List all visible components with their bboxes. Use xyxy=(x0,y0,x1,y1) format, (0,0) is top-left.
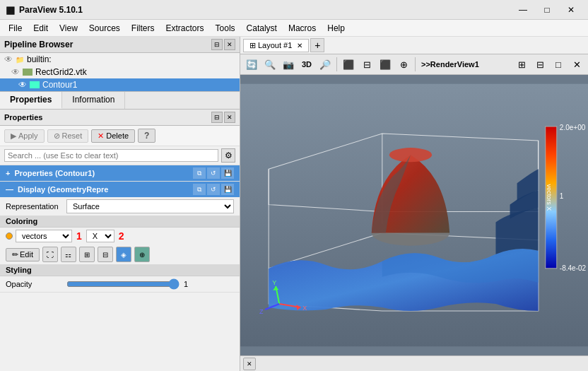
menu-tools[interactable]: Tools xyxy=(210,22,241,35)
search-input[interactable] xyxy=(4,149,218,162)
pipeline-browser-undock[interactable]: ⊟ xyxy=(211,39,223,50)
svg-text:1: 1 xyxy=(560,192,564,200)
delete-button[interactable]: ✕ Delete xyxy=(91,129,135,143)
properties-tabs: Properties Information xyxy=(0,92,240,110)
screenshot-button[interactable]: 📷 xyxy=(280,56,297,73)
color-icon-btn-6[interactable]: ⊕ xyxy=(134,247,150,262)
split-vertical-button[interactable]: ⊟ xyxy=(531,56,548,73)
menu-macros[interactable]: Macros xyxy=(283,22,322,35)
menubar: File Edit View Sources Filters Extractor… xyxy=(0,20,588,37)
close-render-button[interactable]: ✕ xyxy=(568,56,585,73)
tab-information[interactable]: Information xyxy=(62,92,125,109)
delete-label: Delete xyxy=(106,131,129,140)
camera-minus-button[interactable]: ⊟ xyxy=(358,56,375,73)
svg-text:Y: Y xyxy=(272,279,276,286)
representation-label: Representation xyxy=(6,202,62,211)
pipeline-item-rectgrid[interactable]: 👁 RectGrid2.vtk xyxy=(0,66,240,78)
reset-camera-button[interactable]: 🔄 xyxy=(243,56,260,73)
render-scene: X Y Z 2.0e+00 1 -8.4e-02 vectors X xyxy=(240,75,588,355)
builtin-icon: 📁 xyxy=(16,56,24,64)
section-copy-button[interactable]: ⧉ xyxy=(193,167,206,179)
svg-text:vectors X: vectors X xyxy=(546,184,553,211)
section-copy-button[interactable]: ⧉ xyxy=(193,184,206,195)
reset-button[interactable]: ⊘ Reset xyxy=(47,129,89,143)
menu-sources[interactable]: Sources xyxy=(83,22,126,35)
properties-panel-title: Properties xyxy=(4,113,42,122)
maximize-button[interactable]: □ xyxy=(536,2,558,18)
opacity-slider[interactable] xyxy=(66,278,180,290)
section-save-button[interactable]: 💾 xyxy=(221,184,234,195)
pipeline-browser-header: Pipeline Browser ⊟ ✕ xyxy=(0,37,240,53)
layout-close-icon[interactable]: ✕ xyxy=(297,42,302,49)
display-properties-section: — Display (GeometryRepre ⧉ ↺ 💾 Represent… xyxy=(0,182,240,293)
tab-properties[interactable]: Properties xyxy=(0,92,62,109)
menu-filters[interactable]: Filters xyxy=(126,22,160,35)
bottom-close-button[interactable]: ✕ xyxy=(243,358,256,370)
apply-icon: ▶ xyxy=(11,131,16,141)
camera-y-button[interactable]: ⬛ xyxy=(377,56,394,73)
action-buttons-row: ▶ Apply ⊘ Reset ✕ Delete ? xyxy=(0,126,240,146)
color-icon-btn-4[interactable]: ⊟ xyxy=(98,247,113,262)
apply-button[interactable]: ▶ Apply xyxy=(4,129,45,143)
svg-text:-8.4e-02: -8.4e-02 xyxy=(560,264,587,272)
properties-close-button[interactable]: ✕ xyxy=(224,112,235,123)
zoom-button[interactable]: 🔎 xyxy=(317,56,334,73)
add-layout-button[interactable]: + xyxy=(310,38,324,52)
eye-icon[interactable]: 👁 xyxy=(4,54,13,64)
zoom-to-box-button[interactable]: 🔍 xyxy=(261,56,278,73)
split-horizontal-button[interactable]: ⊞ xyxy=(513,56,530,73)
coloring-row: vectors 1 X Y Z 2 xyxy=(0,228,240,245)
color-icon-btn-3[interactable]: ⊞ xyxy=(79,247,95,262)
apply-label: Apply xyxy=(18,131,38,140)
maximize-render-button[interactable]: □ xyxy=(550,56,567,73)
menu-catalyst[interactable]: Catalyst xyxy=(241,22,283,35)
pipeline-browser-title: Pipeline Browser xyxy=(4,40,73,49)
menu-file[interactable]: File xyxy=(3,22,28,35)
color-icon-btn-2[interactable]: ⚏ xyxy=(61,247,76,262)
coloring-field-select[interactable]: vectors xyxy=(16,230,72,242)
pipeline-item-builtin[interactable]: 👁 📁 builtin: xyxy=(0,53,240,66)
minimize-button[interactable]: — xyxy=(512,2,534,18)
pipeline-item-contour1[interactable]: 👁 Contour1 xyxy=(0,78,240,91)
reset-icon: ⊘ xyxy=(54,131,60,141)
opacity-row: Opacity 1 xyxy=(0,276,240,292)
help-button[interactable]: ? xyxy=(138,129,155,143)
toolbar-separator-2 xyxy=(415,57,416,71)
properties-undock-button[interactable]: ⊟ xyxy=(211,112,223,123)
search-row: ⚙ xyxy=(0,146,240,165)
menu-help[interactable]: Help xyxy=(322,22,351,35)
left-panel: Pipeline Browser ⊟ ✕ 👁 📁 builtin: 👁 Rect… xyxy=(0,37,240,371)
search-settings-button[interactable]: ⚙ xyxy=(221,148,235,163)
eye-icon[interactable]: 👁 xyxy=(18,80,27,90)
edit-label: Edit xyxy=(20,250,33,259)
layout-label: Layout #1 xyxy=(258,41,292,49)
coloring-number1: 1 xyxy=(75,230,83,242)
section-refresh-button[interactable]: ↺ xyxy=(207,167,220,179)
eye-icon[interactable]: 👁 xyxy=(11,67,20,77)
coloring-component-select[interactable]: X Y Z xyxy=(86,230,114,242)
section-buttons: ⧉ ↺ 💾 xyxy=(193,167,234,179)
close-button[interactable]: ✕ xyxy=(560,2,582,18)
color-icon-btn-5[interactable]: ◈ xyxy=(116,247,131,262)
toolbar-separator xyxy=(336,57,337,71)
svg-text:2.0e+00: 2.0e+00 xyxy=(560,124,586,131)
properties-panel-header: Properties ⊟ ✕ xyxy=(0,110,240,126)
3d-mode-button[interactable]: 3D xyxy=(298,56,315,73)
menu-view[interactable]: View xyxy=(54,22,83,35)
representation-select[interactable]: Surface Wireframe Points xyxy=(66,199,234,213)
menu-edit[interactable]: Edit xyxy=(28,22,54,35)
camera-orient-button[interactable]: ⊕ xyxy=(395,56,412,73)
representation-row: Representation Surface Wireframe Points xyxy=(0,197,240,216)
section-refresh-button[interactable]: ↺ xyxy=(207,184,220,195)
titlebar: ▦ ParaView 5.10.1 — □ ✕ xyxy=(0,0,588,20)
styling-title: Styling xyxy=(0,264,240,276)
pipeline-browser-close[interactable]: ✕ xyxy=(224,39,235,50)
menu-extractors[interactable]: Extractors xyxy=(160,22,210,35)
camera-x-button[interactable]: ⬛ xyxy=(340,56,357,73)
color-icon-btn-1[interactable]: ⛶ xyxy=(42,247,58,262)
section-save-button[interactable]: 💾 xyxy=(221,167,234,179)
viewport[interactable]: X Y Z 2.0e+00 1 -8.4e-02 vectors X xyxy=(240,75,588,355)
app-title: ParaView 5.10.1 xyxy=(19,5,83,15)
render-tab-layout1[interactable]: ⊞ Layout #1 ✕ xyxy=(243,39,309,52)
edit-button[interactable]: ✏ Edit xyxy=(6,248,40,261)
